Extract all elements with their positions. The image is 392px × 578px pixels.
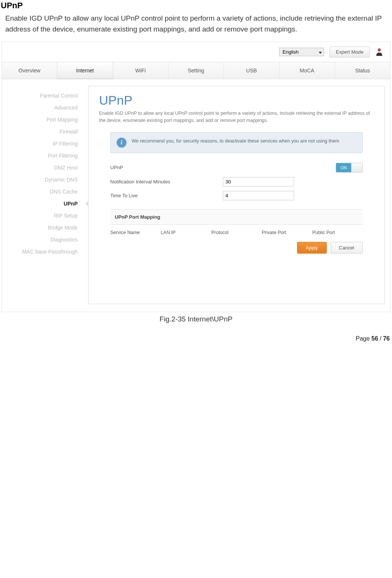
- page-sep: /: [378, 335, 383, 342]
- sidemenu-port-filtering[interactable]: Port Filtering: [2, 150, 88, 162]
- interval-label: Notification Interval Minutes: [110, 179, 223, 185]
- action-buttons: Apply Cancel: [110, 242, 363, 254]
- info-icon: i: [117, 138, 126, 147]
- toggle-knob: [351, 163, 362, 172]
- content-panel: UPnP Enable IGD UPnP to allow any local …: [88, 86, 385, 304]
- side-menu: Parental Control Advanced Port Mapping F…: [2, 79, 88, 312]
- apply-button[interactable]: Apply: [297, 242, 327, 254]
- col-protocol: Protocol: [211, 230, 262, 235]
- svg-point-0: [378, 48, 381, 51]
- panel-title: UPnP: [99, 93, 374, 108]
- col-private-port: Private Port: [262, 230, 312, 235]
- panel-description: Enable IGD UPnP to allow any local UPnP …: [99, 110, 374, 125]
- sidemenu-mac-passthrough[interactable]: MAC base Passthrough: [2, 246, 88, 258]
- sidemenu-ip-filtering[interactable]: IP Filtering: [2, 138, 88, 150]
- ttl-input[interactable]: [223, 191, 294, 200]
- page-footer: Page 56 / 76: [356, 335, 390, 342]
- sidemenu-parental-control[interactable]: Parental Control: [2, 90, 88, 102]
- interval-input[interactable]: [223, 177, 294, 186]
- doc-section-heading: UPnP: [0, 0, 392, 12]
- tab-setting[interactable]: Setting: [168, 62, 224, 79]
- sidemenu-dmz-host[interactable]: DMZ Host: [2, 162, 88, 174]
- sidemenu-upnp[interactable]: UPnP: [2, 198, 88, 210]
- page-prefix: Page: [356, 335, 371, 342]
- info-banner-text: We recommend you, for security reasons, …: [132, 138, 339, 145]
- language-select[interactable]: English: [279, 48, 324, 56]
- sidemenu-diagnostics[interactable]: Diagnostics: [2, 234, 88, 246]
- sidemenu-advanced[interactable]: Advanced: [2, 102, 88, 114]
- admin-user-icon[interactable]: [375, 48, 383, 56]
- ttl-label: Time To Live: [110, 193, 223, 198]
- page-total: 76: [383, 335, 390, 342]
- tab-wifi[interactable]: WiFi: [113, 62, 168, 79]
- page-current: 56: [371, 335, 378, 342]
- sidemenu-port-mapping[interactable]: Port Mapping: [2, 114, 88, 126]
- tab-moca[interactable]: MoCA: [279, 62, 335, 79]
- col-service-name: Service Name: [110, 230, 161, 235]
- tab-status[interactable]: Status: [335, 62, 390, 79]
- toggle-on-label: ON: [336, 163, 351, 172]
- info-banner: i We recommend you, for security reasons…: [110, 132, 363, 153]
- col-lan-ip: LAN IP: [161, 230, 212, 235]
- col-public-port: Public Port: [312, 230, 363, 235]
- doc-intro-text: Enable IGD UPnP to allow any local UPnP …: [0, 12, 392, 42]
- upnp-form: UPnP ON Notification Interval Minutes Ti…: [110, 161, 363, 203]
- expert-mode-button[interactable]: Expert Mode: [329, 47, 370, 57]
- main-tab-bar: Overview Internet WiFi Setting USB MoCA …: [2, 62, 390, 79]
- sidemenu-firewall[interactable]: Firewall: [2, 126, 88, 138]
- router-ui-screenshot: English Expert Mode Overview Internet Wi…: [2, 42, 390, 312]
- port-mapping-section-header: UPnP Port Mapping: [110, 209, 363, 225]
- sidemenu-bridge-mode[interactable]: Bridge Mode: [2, 222, 88, 234]
- cancel-button[interactable]: Cancel: [330, 242, 363, 254]
- port-mapping-table-header: Service Name LAN IP Protocol Private Por…: [110, 230, 363, 235]
- upnp-toggle[interactable]: ON: [336, 163, 363, 173]
- figure-caption: Fig.2-35 Internet\UPnP: [0, 312, 392, 323]
- sidemenu-dynamic-dns[interactable]: Dynamic DNS: [2, 174, 88, 186]
- sidemenu-rip-setup[interactable]: RIP Setup: [2, 210, 88, 222]
- upnp-toggle-label: UPnP: [110, 165, 223, 170]
- tab-internet[interactable]: Internet: [57, 62, 113, 79]
- tab-overview[interactable]: Overview: [2, 62, 57, 79]
- tab-usb[interactable]: USB: [224, 62, 279, 79]
- sidemenu-dns-cache[interactable]: DNS Cache: [2, 186, 88, 198]
- topbar: English Expert Mode: [2, 42, 390, 62]
